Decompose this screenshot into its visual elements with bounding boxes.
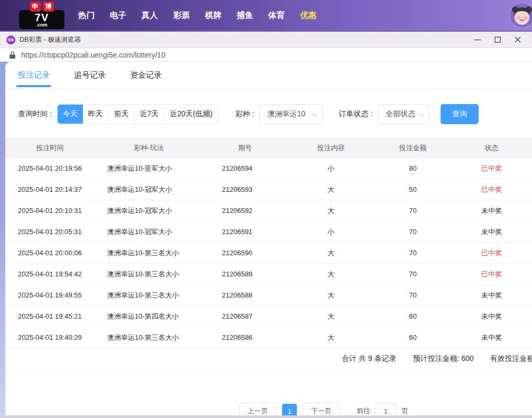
- cell-issue: 21206590: [203, 249, 287, 257]
- avatar-illustration: [510, 3, 532, 27]
- cell-status: 未中奖: [451, 206, 532, 216]
- nav-menu-item[interactable]: 电子: [110, 10, 126, 21]
- logo-badge-right: 博: [43, 2, 54, 12]
- table-row: 2025-04-01 20:14:37 澳洲幸运10-冠军大小 21206593…: [5, 179, 532, 200]
- record-tab[interactable]: 资金记录: [130, 62, 162, 89]
- cell-status: 未中奖: [451, 291, 532, 300]
- table-header-row: 投注时间 彩种-玩法 期号 投注内容 投注金额 状态: [5, 138, 532, 158]
- cell-game-play: 澳洲幸运10-第三名大小: [95, 333, 203, 342]
- time-filter-button[interactable]: 昨天: [83, 105, 108, 124]
- status-select[interactable]: 全部状态: [378, 104, 429, 124]
- cell-game-play: 澳洲幸运10-第三名大小: [95, 248, 203, 258]
- cell-bet-content: 大: [287, 206, 375, 216]
- table-row: 2025-04-01 19:49:55 澳洲幸运10-第三名大小 2120658…: [5, 285, 532, 306]
- user-avatar[interactable]: [509, 2, 532, 29]
- cell-game-play: 澳洲幸运10-第三名大小: [95, 270, 203, 279]
- cell-issue: 21206592: [203, 207, 287, 215]
- cell-bet-content: 大: [287, 248, 375, 258]
- cell-bet-content: 大: [287, 185, 375, 194]
- cell-bet-amount: 70: [375, 228, 451, 236]
- table-row: 2025-04-01 19:40:29 澳洲幸运10-第三名大小 2120658…: [5, 327, 532, 348]
- cell-bet-content: 大: [287, 291, 375, 300]
- maximize-icon[interactable]: [488, 33, 508, 47]
- lottery-select-value: 澳洲幸运10: [267, 109, 305, 119]
- cell-bet-content: 大: [287, 312, 375, 321]
- search-button[interactable]: 查询: [441, 104, 479, 124]
- lottery-select[interactable]: 澳洲幸运10: [259, 104, 323, 124]
- summary-row: 合计 共 9 条记录 预计投注金额: 600 有效投注金额: [5, 348, 532, 369]
- close-icon[interactable]: [508, 33, 528, 47]
- logo-sub-text: .com: [19, 23, 64, 28]
- cell-bet-content: 小: [287, 227, 375, 237]
- lock-icon: [10, 51, 15, 59]
- cell-game-play: 澳洲幸运10-冠军大小: [95, 185, 203, 194]
- cell-game-play: 澳洲幸运10-第三名大小: [95, 291, 203, 300]
- summary-item: 合计 共 9 条记录: [342, 354, 396, 364]
- cell-bet-time: 2025-04-01 19:54:42: [5, 270, 95, 278]
- table-row: 2025-04-01 20:00:06 澳洲幸运10-第三名大小 2120659…: [5, 243, 532, 264]
- page-background: 投注记录 追号记录 资金记录 查询时间 : 今天 昨天 前天 近7天 近20天(…: [0, 62, 532, 418]
- logo-badge-left: 申: [30, 2, 41, 12]
- time-filter-button[interactable]: 前天: [108, 105, 134, 124]
- chevron-down-icon: [312, 110, 318, 116]
- cell-bet-time: 2025-04-01 20:19:56: [5, 164, 95, 172]
- nav-menu-item[interactable]: 棋牌: [205, 10, 221, 21]
- cell-bet-amount: 60: [375, 312, 451, 320]
- header-bet-time: 投注时间: [5, 143, 95, 153]
- nav-menu-item[interactable]: 真人: [142, 10, 158, 21]
- record-tab[interactable]: 投注记录: [18, 62, 50, 89]
- window-controls: [468, 33, 528, 47]
- url-bar[interactable]: https://ctopcp02pcali.uengi5e.com/lotter…: [0, 48, 532, 62]
- table-row: 2025-04-01 19:54:42 澳洲幸运10-第三名大小 2120658…: [5, 264, 532, 285]
- cell-bet-time: 2025-04-01 19:40:29: [5, 333, 95, 341]
- cell-bet-amount: 70: [375, 207, 451, 215]
- cell-issue: 21206587: [203, 312, 287, 320]
- site-logo[interactable]: 申 博 7V .com: [19, 2, 64, 30]
- url-text: https://ctopcp02pcali.uengi5e.com/lotter…: [21, 51, 165, 59]
- cell-issue: 21206594: [203, 164, 287, 172]
- cell-issue: 21206591: [203, 228, 287, 236]
- cell-bet-time: 2025-04-01 20:10:31: [5, 207, 95, 215]
- time-filter-button[interactable]: 近7天: [134, 105, 164, 124]
- status-filter-label: 订单状态 :: [339, 109, 372, 119]
- cell-status: 未中奖: [451, 333, 532, 342]
- cell-issue: 21206589: [203, 270, 287, 278]
- table-row: 2025-04-01 20:19:56 澳洲幸运10-亚军大小 21206594…: [5, 158, 532, 179]
- nav-menu-item[interactable]: 优惠: [300, 10, 316, 21]
- table-row: 2025-04-01 19:45:21 澳洲幸运10-第四名大小 2120658…: [5, 306, 532, 327]
- nav-menu-item[interactable]: 体育: [268, 10, 285, 21]
- status-select-value: 全部状态: [386, 109, 415, 119]
- cell-bet-amount: 70: [375, 270, 451, 278]
- minimize-icon[interactable]: [468, 33, 488, 47]
- cell-bet-content: 大: [287, 270, 375, 279]
- nav-menu: 热门 电子 真人 彩票 棋牌 捕鱼 体育 优惠: [78, 10, 316, 21]
- table-row: 2025-04-01 20:05:31 澳洲幸运10-冠军大小 21206591…: [5, 221, 532, 243]
- logo-main-text: 7V: [19, 12, 64, 23]
- cell-bet-time: 2025-04-01 19:45:21: [5, 312, 95, 320]
- goto-page-label: 前往: [357, 406, 370, 416]
- cell-issue: 21206588: [203, 291, 287, 299]
- logo-badges: 申 博: [19, 2, 64, 12]
- cell-bet-time: 2025-04-01 19:49:55: [5, 291, 95, 299]
- cell-bet-content: 小: [287, 164, 375, 173]
- cell-bet-amount: 80: [375, 164, 451, 172]
- site-nav: 申 博 7V .com 热门 电子 真人 彩票 棋牌 捕鱼 体育 优惠: [0, 0, 532, 31]
- browser-window-title: DB彩票 - 极速浏览器: [20, 35, 81, 44]
- bet-record-table: 投注时间 彩种-玩法 期号 投注内容 投注金额 状态 2025-04-01 20…: [5, 138, 532, 369]
- cell-bet-time: 2025-04-01 20:14:37: [5, 185, 95, 193]
- cell-status: 已中奖: [451, 248, 532, 258]
- nav-menu-item[interactable]: 捕鱼: [237, 10, 253, 21]
- time-filter-button[interactable]: 今天: [58, 105, 83, 124]
- header-game-play: 彩种-玩法: [95, 143, 203, 153]
- time-filter-group: 今天 昨天 前天 近7天 近20天(低频): [57, 104, 219, 124]
- nav-menu-item[interactable]: 彩票: [173, 10, 190, 21]
- time-filter-button[interactable]: 近20天(低频): [164, 105, 218, 124]
- record-tab[interactable]: 追号记录: [74, 62, 106, 89]
- cell-game-play: 澳洲幸运10-冠军大小: [95, 206, 203, 216]
- header-status: 状态: [451, 143, 532, 153]
- table-row: 2025-04-01 20:10:31 澳洲幸运10-冠军大小 21206592…: [5, 200, 532, 221]
- cell-bet-content: 大: [287, 333, 375, 342]
- window-bottom-edge: [0, 415, 532, 418]
- nav-menu-item[interactable]: 热门: [78, 10, 95, 21]
- cell-bet-time: 2025-04-01 20:00:06: [5, 249, 95, 257]
